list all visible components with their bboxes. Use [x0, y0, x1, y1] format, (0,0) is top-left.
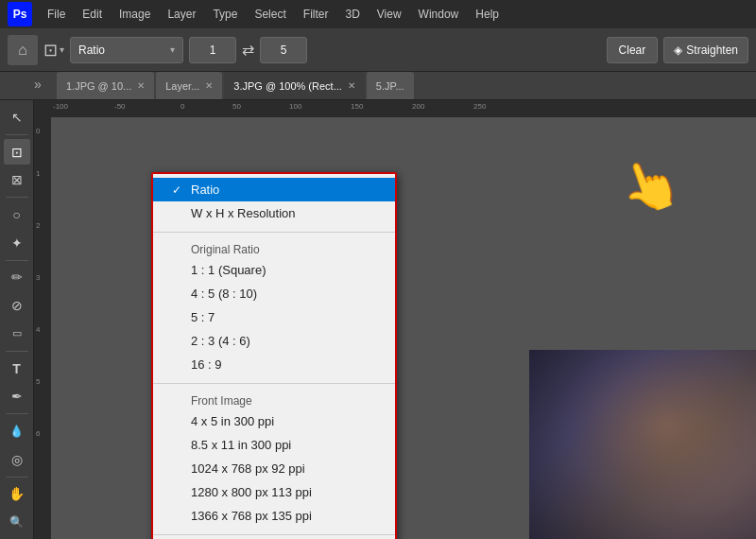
dropdown-wxh-label: W x H x Resolution: [191, 206, 296, 220]
menu-window[interactable]: Window: [411, 5, 467, 24]
tab-layer[interactable]: Layer... ✕: [156, 72, 222, 99]
straighten-button[interactable]: ◈ Straighten: [663, 37, 748, 63]
crop-tool-indicator: ⊡ ▾: [43, 40, 64, 61]
left-ruler-mark-3: 3: [36, 273, 40, 282]
left-ruler-mark-4: 4: [36, 325, 40, 334]
magic-wand-tool-button[interactable]: ✦: [4, 230, 30, 256]
swap-button[interactable]: ⇄: [242, 41, 254, 59]
check-icon: ✓: [172, 183, 185, 197]
brush-tool-button[interactable]: ✏: [4, 265, 30, 291]
tab-3jpg-label: 3.JPG @ 100% (Rect...: [233, 80, 342, 92]
tabs-scroll-left-icon[interactable]: »: [34, 77, 42, 92]
dropdown-header-original-ratio: Original Ratio: [153, 239, 395, 258]
ruler-mark-neg100: -100: [53, 102, 68, 111]
dodge-tool-button[interactable]: ◎: [4, 446, 30, 473]
toolbar: ⌂ ⊡ ▾ Ratio ▾ ⇄ Clear ◈ Straighten: [0, 28, 756, 72]
dropdown-item-1366x768[interactable]: 1366 x 768 px 135 ppi: [153, 504, 395, 528]
left-ruler-mark-2: 2: [36, 221, 40, 230]
tool-separator-2: [6, 197, 28, 198]
dropdown-separator-1: [153, 232, 395, 233]
dropdown-item-1024x768[interactable]: 1024 x 768 px 92 ppi: [153, 457, 395, 480]
dropdown-item-5-7[interactable]: 5 : 7: [153, 305, 395, 329]
dropdown-ratio-label: Ratio: [191, 183, 219, 197]
ruler-mark-neg50: -50: [114, 102, 126, 111]
tab-3jpg[interactable]: 3.JPG @ 100% (Rect... ✕: [224, 72, 365, 99]
dropdown-section-ratio: Original Ratio 1 : 1 (Square) 4 : 5 (8 :…: [153, 235, 395, 380]
tab-3jpg-close-icon[interactable]: ✕: [348, 80, 355, 91]
ps-logo: Ps: [8, 2, 32, 26]
dropdown-item-1-1[interactable]: 1 : 1 (Square): [153, 258, 395, 282]
tool-separator-1: [6, 134, 28, 135]
left-ruler-mark-0: 0: [36, 127, 40, 135]
ruler-mark-200: 200: [412, 102, 424, 111]
text-tool-button[interactable]: T: [4, 356, 30, 382]
move-tool-button[interactable]: ↖: [4, 104, 30, 130]
dropdown-separator-2: [153, 383, 395, 384]
menu-view[interactable]: View: [369, 5, 409, 24]
straighten-label: Straighten: [686, 43, 738, 57]
ratio-dropdown[interactable]: Ratio ▾: [70, 37, 183, 63]
dropdown-item-1280x800[interactable]: 1280 x 800 px 113 ppi: [153, 480, 395, 504]
tool-separator-5: [6, 413, 28, 414]
dropdown-item-2-3[interactable]: 2 : 3 (4 : 6): [153, 329, 395, 353]
main-area: ↖ ⊡ ⊠ ○ ✦ ✏ ⊘ ▭ T ✒ 💧 ◎ ✋ 🔍 -100 -50 0 5…: [0, 100, 756, 539]
dropdown-item-4-5[interactable]: 4 : 5 (8 : 10): [153, 282, 395, 305]
hand-tool-button[interactable]: ✋: [4, 481, 30, 508]
tab-1jpg[interactable]: 1.JPG @ 10... ✕: [57, 72, 154, 99]
dropdown-item-ratio[interactable]: ✓ Ratio: [153, 178, 395, 201]
height-input[interactable]: [260, 37, 307, 63]
tabs-bar: » 1.JPG @ 10... ✕ Layer... ✕ 3.JPG @ 100…: [0, 72, 756, 100]
menu-file[interactable]: File: [40, 5, 73, 24]
selection-rect-tool-button[interactable]: ⊠: [4, 166, 30, 193]
blur-tool-button[interactable]: 💧: [4, 418, 30, 444]
crop-icon: ⊡: [43, 40, 58, 61]
tools-sidebar: ↖ ⊡ ⊠ ○ ✦ ✏ ⊘ ▭ T ✒ 💧 ◎ ✋ 🔍: [0, 100, 34, 539]
tab-layer-close-icon[interactable]: ✕: [205, 80, 213, 91]
ruler-top-bg: -100 -50 0 50 100 150 200 250: [34, 100, 756, 117]
dropdown-arrow-small: ▾: [60, 44, 64, 55]
tab-layer-label: Layer...: [165, 80, 199, 92]
left-ruler-mark-5: 5: [36, 377, 40, 386]
ruler-mark-250: 250: [473, 102, 486, 111]
zoom-tool-button[interactable]: 🔍: [4, 509, 30, 535]
menu-type[interactable]: Type: [205, 5, 245, 24]
menu-edit[interactable]: Edit: [75, 5, 110, 24]
dropdown-item-8-5x11[interactable]: 8.5 x 11 in 300 ppi: [153, 433, 395, 457]
menu-3d[interactable]: 3D: [337, 5, 367, 24]
ruler-mark-150: 150: [351, 102, 363, 111]
menu-filter[interactable]: Filter: [296, 5, 336, 24]
menu-layer[interactable]: Layer: [160, 5, 203, 24]
straighten-icon: ◈: [674, 43, 682, 57]
left-ruler-mark-6: 6: [36, 429, 40, 438]
left-ruler: 0 1 2 3 4 5 6: [34, 117, 51, 539]
dropdown-item-4x5[interactable]: 4 x 5 in 300 ppi: [153, 409, 395, 433]
dropdown-header-front-image: Front Image: [153, 391, 395, 409]
ratio-dropdown-label: Ratio: [78, 43, 105, 57]
dropdown-item-wxh[interactable]: W x H x Resolution: [153, 201, 395, 225]
ruler-mark-0: 0: [180, 102, 184, 111]
home-icon: ⌂: [18, 42, 27, 59]
tool-separator-3: [6, 260, 28, 261]
ruler-mark-100: 100: [289, 102, 301, 111]
shape-tool-button[interactable]: ▭: [4, 321, 30, 347]
dropdown-item-16-9[interactable]: 16 : 9: [153, 353, 395, 376]
menu-image[interactable]: Image: [112, 5, 158, 24]
tab-1jpg-close-icon[interactable]: ✕: [137, 80, 145, 91]
tool-separator-6: [6, 477, 28, 478]
menu-select[interactable]: Select: [247, 5, 293, 24]
menu-help[interactable]: Help: [468, 5, 507, 24]
left-ruler-mark-1: 1: [36, 169, 40, 178]
lasso-tool-button[interactable]: ○: [4, 201, 30, 228]
tab-5jp[interactable]: 5.JP...: [367, 72, 414, 99]
swap-icon: ⇄: [242, 42, 254, 58]
eraser-tool-button[interactable]: ⊘: [4, 292, 30, 319]
dropdown-chevron-icon: ▾: [170, 44, 175, 55]
clear-button[interactable]: Clear: [607, 37, 659, 63]
width-input[interactable]: [189, 37, 236, 63]
tab-1jpg-label: 1.JPG @ 10...: [66, 80, 131, 92]
home-button[interactable]: ⌂: [8, 35, 38, 65]
pen-tool-button[interactable]: ✒: [4, 383, 30, 409]
photo-blur-overlay: [529, 350, 756, 539]
ratio-dropdown-menu: ✓ Ratio W x H x Resolution Original Rati…: [151, 172, 397, 539]
crop-tool-button[interactable]: ⊡: [4, 139, 30, 165]
